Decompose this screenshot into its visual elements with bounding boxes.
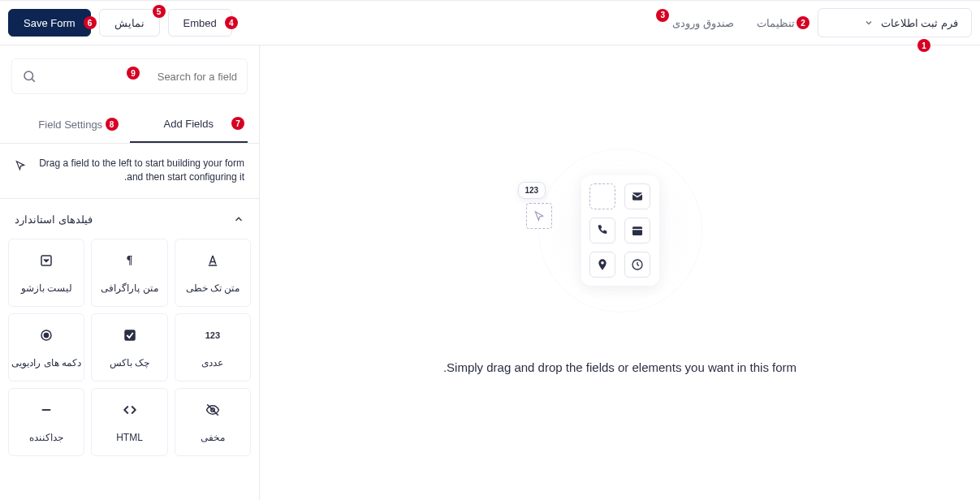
embed-button-label: Embed — [183, 17, 217, 29]
annotation-2: 2 — [797, 16, 809, 29]
empty-state-illustration: 123 — [547, 157, 693, 304]
field-radio[interactable]: دکمه های رادیویی — [8, 313, 84, 381]
svg-point-6 — [45, 333, 49, 337]
field-html[interactable]: HTML — [91, 388, 167, 456]
field-paragraph-text[interactable]: ¶ متن پاراگرافی — [91, 239, 167, 307]
field-checkbox[interactable]: چک باکس — [91, 313, 167, 381]
html-icon — [121, 401, 139, 419]
form-name-label: فرم ثبت اطلاعات — [881, 17, 958, 29]
annotation-6: 6 — [84, 16, 97, 29]
preview-button[interactable]: نمایش 5 — [99, 9, 160, 37]
annotation-5: 5 — [153, 5, 166, 18]
field-label: جداکننده — [29, 432, 63, 443]
nav-inbox-label: صندوق ورودی — [672, 17, 734, 29]
preview-button-label: نمایش — [114, 17, 145, 29]
placeholder-slot-icon — [589, 183, 615, 209]
save-button[interactable]: Save Form 6 — [8, 9, 91, 37]
annotation-9: 9 — [127, 67, 140, 80]
drag-target-icon — [526, 203, 552, 229]
text-line-icon — [204, 252, 222, 269]
hint-text: Drag a field to the left to start buildi… — [37, 157, 244, 185]
field-label: چک باکس — [110, 357, 149, 369]
nav-settings-label: تنظیمات — [757, 17, 795, 29]
numeric-icon: 123 — [204, 326, 222, 344]
calendar-icon — [624, 218, 650, 244]
annotation-7: 7 — [231, 117, 244, 130]
field-single-line-text[interactable]: متن تک خطی — [175, 239, 251, 307]
field-label: لیست بازشو — [21, 282, 72, 294]
field-divider[interactable]: جداکننده — [8, 388, 84, 456]
svg-rect-4 — [124, 330, 136, 341]
tab-add-fields[interactable]: Add Fields 7 — [130, 106, 248, 143]
numeric-badge-icon: 123 — [518, 182, 546, 199]
annotation-8: 8 — [106, 118, 119, 131]
section-standard-fields[interactable]: فیلدهای استاندارد — [0, 199, 259, 234]
empty-state-message: Simply drag and drop the fields or eleme… — [443, 360, 797, 374]
embed-button[interactable]: Embed 4 — [168, 9, 232, 37]
phone-icon — [589, 218, 615, 244]
chevron-down-icon — [863, 17, 874, 28]
field-label: HTML — [116, 432, 143, 443]
checkbox-icon — [121, 326, 139, 344]
field-hidden[interactable]: مخفی — [175, 388, 251, 456]
field-label: عددی — [201, 357, 223, 369]
save-button-label: Save Form — [24, 17, 76, 29]
tab-field-settings[interactable]: Field Settings 8 — [11, 106, 130, 143]
mail-icon — [624, 183, 650, 209]
search-icon — [22, 69, 37, 84]
form-name-selector[interactable]: فرم ثبت اطلاعات — [818, 8, 972, 37]
field-numeric[interactable]: 123 عددی — [175, 313, 251, 381]
nav-inbox[interactable]: صندوق ورودی 3 — [672, 17, 734, 29]
hidden-icon — [204, 401, 222, 419]
field-label: متن تک خطی — [186, 282, 240, 294]
svg-line-1 — [32, 79, 34, 81]
search-input[interactable] — [45, 71, 237, 83]
tab-field-settings-label: Field Settings — [38, 119, 102, 131]
form-canvas[interactable]: 123 — [260, 45, 980, 500]
section-title: فیلدهای استاندارد — [15, 213, 93, 226]
cursor-icon — [15, 160, 26, 171]
divider-icon — [37, 401, 55, 419]
field-label: دکمه های رادیویی — [11, 357, 81, 369]
radio-icon — [37, 326, 55, 344]
field-label: مخفی — [201, 432, 225, 443]
clock-icon — [624, 252, 650, 278]
topbar: Save Form 6 نمایش 5 Embed 4 صندوق ورودی … — [0, 0, 980, 45]
sidebar: 9 Field Settings 8 Add Fields 7 Drag a f… — [0, 45, 260, 500]
tab-add-fields-label: Add Fields — [164, 118, 214, 130]
paragraph-icon: ¶ — [121, 252, 139, 269]
location-icon — [589, 252, 615, 278]
annotation-1: 1 — [917, 39, 930, 52]
annotation-4: 4 — [225, 16, 238, 29]
field-dropdown[interactable]: لیست بازشو — [8, 239, 84, 307]
svg-point-0 — [24, 71, 33, 80]
annotation-3: 3 — [656, 9, 669, 22]
field-label: متن پاراگرافی — [101, 282, 158, 294]
chevron-up-icon — [233, 213, 244, 225]
nav-settings[interactable]: تنظیمات 2 — [757, 17, 795, 29]
dropdown-icon — [37, 252, 55, 269]
